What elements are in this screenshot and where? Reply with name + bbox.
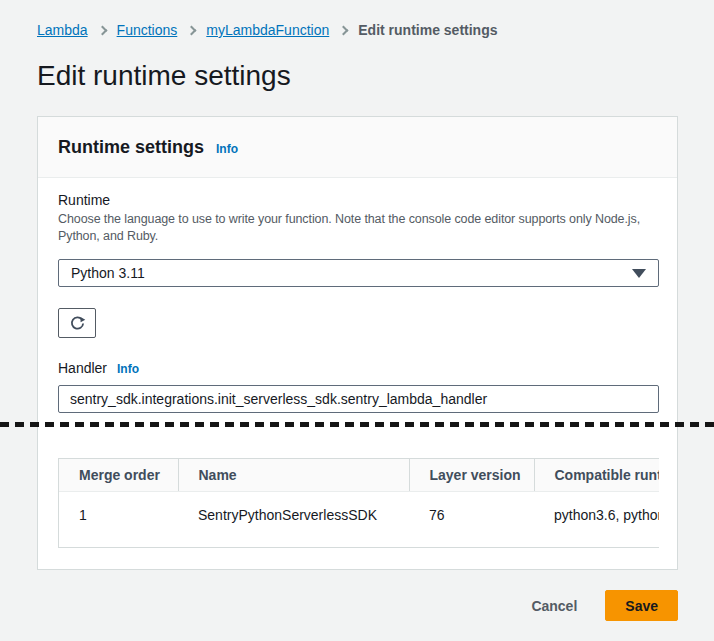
- cancel-button[interactable]: Cancel: [511, 592, 597, 620]
- runtime-description-line1: Choose the language to use to write your…: [58, 211, 657, 228]
- panel-info-link[interactable]: Info: [216, 142, 238, 156]
- column-header-merge-order: Merge order: [59, 459, 178, 492]
- column-header-name: Name: [178, 459, 409, 492]
- chevron-right-icon: [339, 25, 349, 35]
- panel-title: Runtime settings: [58, 136, 204, 158]
- column-header-compatible-runtimes: Compatible runtimes: [534, 459, 659, 492]
- cell-name: SentryPythonServerlessSDK: [178, 492, 409, 548]
- cell-layer-version: 76: [409, 492, 534, 548]
- handler-info-link[interactable]: Info: [117, 362, 139, 376]
- column-header-layer-version: Layer version: [409, 459, 534, 492]
- layers-table-header-row: Merge order Name Layer version Compatibl…: [59, 459, 659, 492]
- chevron-right-icon: [97, 25, 107, 35]
- runtime-select[interactable]: Python 3.11: [58, 259, 659, 287]
- breadcrumb: Lambda Functions myLambdaFunction Edit r…: [0, 0, 714, 38]
- screenshot-truncation-dashed-line: [0, 422, 714, 427]
- save-button[interactable]: Save: [605, 590, 678, 621]
- handler-label-row: Handler Info: [58, 360, 657, 377]
- handler-label: Handler: [58, 360, 107, 377]
- panel-header: Runtime settings Info: [38, 117, 677, 178]
- chevron-right-icon: [187, 25, 197, 35]
- breadcrumb-current: Edit runtime settings: [358, 22, 497, 38]
- breadcrumb-link-mylambdafunction[interactable]: myLambdaFunction: [206, 22, 329, 38]
- page-title: Edit runtime settings: [37, 58, 678, 94]
- runtime-label: Runtime: [58, 192, 657, 209]
- panel-body: Runtime Choose the language to use to wr…: [38, 178, 677, 569]
- runtime-selected-value: Python 3.11: [71, 265, 145, 281]
- table-row: 1 SentryPythonServerlessSDK 76 python3.6…: [59, 492, 659, 548]
- breadcrumb-link-lambda[interactable]: Lambda: [37, 22, 88, 38]
- refresh-runtimes-button[interactable]: [58, 308, 96, 338]
- caret-down-icon: [632, 269, 646, 278]
- refresh-icon: [69, 315, 86, 332]
- cell-merge-order: 1: [59, 492, 178, 548]
- runtime-settings-panel: Runtime settings Info Runtime Choose the…: [37, 116, 678, 570]
- handler-input[interactable]: [58, 385, 659, 413]
- form-actions: Cancel Save: [0, 590, 678, 621]
- edit-runtime-settings-page: Lambda Functions myLambdaFunction Edit r…: [0, 0, 714, 641]
- layers-table: Merge order Name Layer version Compatibl…: [59, 459, 659, 547]
- runtime-description-line2: Python, and Ruby.: [58, 228, 657, 245]
- layers-table-container: Merge order Name Layer version Compatibl…: [58, 458, 659, 548]
- cell-compatible-runtimes: python3.6, python3.7: [534, 492, 659, 548]
- breadcrumb-link-functions[interactable]: Functions: [117, 22, 178, 38]
